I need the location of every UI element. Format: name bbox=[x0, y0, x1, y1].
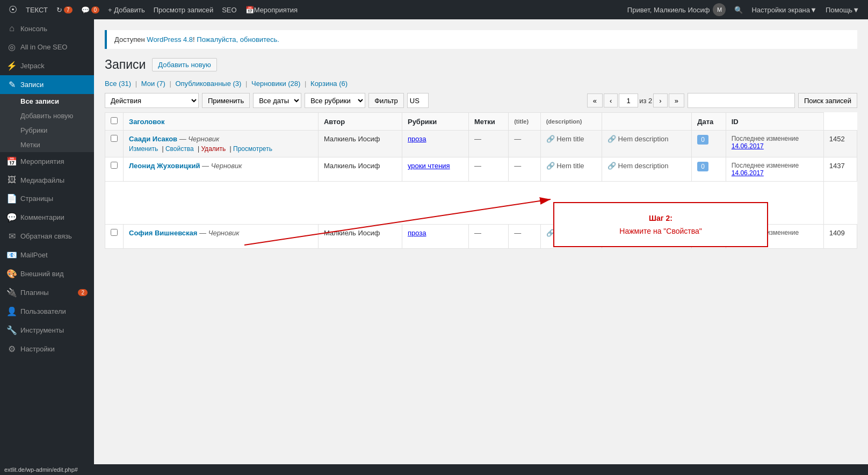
events-item[interactable]: 📅 Мероприятия bbox=[241, 0, 302, 19]
filter-mine[interactable]: Мои (7) bbox=[141, 80, 165, 88]
help-chevron: ▼ bbox=[852, 6, 859, 14]
sidebar-item-tools[interactable]: 🔧 Инструменты bbox=[0, 321, 94, 340]
sidebar-item-users[interactable]: 👤 Пользователи bbox=[0, 302, 94, 321]
comments-item[interactable]: 💬 0 bbox=[77, 0, 104, 19]
row-comments-1437: 0 bbox=[692, 157, 726, 182]
row-id-1452: 1452 bbox=[823, 131, 857, 157]
next-page-btn[interactable]: › bbox=[653, 93, 667, 107]
sidebar-item-mailpoet[interactable]: 📧 MailPoet bbox=[0, 246, 94, 264]
sidebar-item-comments[interactable]: 💬 Комментарии bbox=[0, 208, 94, 227]
sidebar-item-events[interactable]: 📅 Мероприятия bbox=[0, 152, 94, 171]
view-link-1452[interactable]: Просмотреть bbox=[233, 145, 272, 153]
row-actions-1452: Изменить | Свойства | Удалить | Просмотр… bbox=[129, 145, 313, 153]
category-link-1409[interactable]: проза bbox=[408, 229, 426, 237]
step2-popup: Шаг 2: Нажмите на "Свойства" bbox=[553, 202, 768, 247]
search-icon-adminbar[interactable]: 🔍 bbox=[730, 0, 747, 19]
sidebar-item-label-plugins: Плагины bbox=[20, 289, 75, 297]
edit-link-1452[interactable]: Изменить bbox=[129, 145, 158, 153]
categories-select[interactable]: Все рубрики проза уроки чтения bbox=[305, 93, 365, 108]
row-categories-1409: проза bbox=[402, 225, 468, 249]
submenu-add-new[interactable]: Добавить новую bbox=[0, 109, 94, 123]
bulk-actions-select[interactable]: Действия Изменить Переместить в корзину bbox=[105, 93, 199, 108]
help-item[interactable]: Помощь ▼ bbox=[821, 0, 864, 19]
tools-icon: 🔧 bbox=[6, 325, 17, 335]
submenu-categories[interactable]: Рубрики bbox=[0, 123, 94, 138]
main-content: Доступен WordPress 4.8! Пожалуйста, обно… bbox=[94, 19, 868, 475]
page-input[interactable] bbox=[619, 93, 638, 107]
row-checkbox-1452[interactable] bbox=[111, 135, 118, 142]
col-seo-title: (title) bbox=[509, 113, 541, 131]
seo-desc-icon-1452: 🔗 bbox=[607, 135, 616, 143]
sidebar: ⌂ Консоль ◎ All in One SEO ⚡ Jetpack ✎ З… bbox=[0, 19, 94, 475]
sidebar-item-posts[interactable]: ✎ Записи bbox=[0, 75, 94, 94]
feedback-icon: ✉ bbox=[6, 231, 17, 241]
submenu-all-posts[interactable]: Все записи bbox=[0, 94, 94, 109]
post-title-link-1409[interactable]: София Вишневская bbox=[129, 229, 197, 237]
row-cb-1409 bbox=[105, 225, 124, 249]
date-link-1437[interactable]: 14.06.2017 bbox=[732, 169, 764, 177]
user-greeting[interactable]: Привет, Малкиель Иосиф М bbox=[623, 0, 730, 19]
search-button[interactable]: Поиск записей bbox=[798, 93, 857, 108]
prev-page-btn[interactable]: ‹ bbox=[604, 93, 618, 107]
submenu-tags[interactable]: Метки bbox=[0, 138, 94, 152]
us-input[interactable] bbox=[407, 93, 429, 108]
screen-settings-item[interactable]: Настройки экрана ▼ bbox=[747, 0, 821, 19]
table-header-row: Заголовок Автор Рубрики Метки (title) (d… bbox=[105, 113, 857, 131]
row-author-1409: Малкиель Иосиф bbox=[318, 225, 402, 249]
sidebar-item-feedback[interactable]: ✉ Обратная связь bbox=[0, 227, 94, 246]
filter-drafts[interactable]: Черновики (28) bbox=[251, 80, 300, 88]
toolbar: Действия Изменить Переместить в корзину … bbox=[105, 93, 857, 108]
filter-button[interactable]: Фильтр bbox=[368, 93, 404, 108]
add-item[interactable]: + Добавить bbox=[104, 0, 149, 19]
post-status-1452: — Черновик bbox=[179, 135, 219, 143]
quick-edit-link-1452[interactable]: Свойства bbox=[165, 145, 194, 153]
sidebar-item-label-tools: Инструменты bbox=[20, 326, 88, 334]
sidebar-item-appearance[interactable]: 🎨 Внешний вид bbox=[0, 264, 94, 283]
search-input[interactable] bbox=[688, 93, 795, 108]
post-title-link-1452[interactable]: Саади Исаков bbox=[129, 135, 177, 143]
plugins-badge: 2 bbox=[78, 289, 88, 296]
sidebar-item-pages[interactable]: 📄 Страницы bbox=[0, 189, 94, 208]
wp-logo-icon: ☉ bbox=[9, 4, 17, 16]
category-link-1452[interactable]: проза bbox=[408, 135, 426, 143]
sidebar-item-media[interactable]: 🖼 Медиафайлы bbox=[0, 171, 94, 189]
add-new-button[interactable]: Добавить новую bbox=[152, 58, 216, 71]
sidebar-item-label-users: Пользователи bbox=[20, 307, 88, 315]
view-posts-item[interactable]: Просмотр записей bbox=[149, 0, 218, 19]
updates-item[interactable]: ↻ 7 bbox=[52, 0, 77, 19]
sidebar-item-jetpack[interactable]: ⚡ Jetpack bbox=[0, 56, 94, 75]
sidebar-item-allinone-seo[interactable]: ◎ All in One SEO bbox=[0, 38, 94, 56]
col-cb bbox=[105, 113, 124, 131]
sort-title[interactable]: Заголовок bbox=[129, 118, 165, 126]
row-dash1-1409: — bbox=[509, 225, 541, 249]
row-checkbox-1409[interactable] bbox=[111, 229, 118, 236]
filter-all[interactable]: Все (31) bbox=[105, 80, 131, 88]
last-page-btn[interactable]: » bbox=[669, 93, 684, 107]
notice-link1[interactable]: WordPress 4.8 bbox=[147, 35, 193, 44]
seo-title-icon-1437: 🔗 bbox=[546, 162, 555, 170]
row-author-1452: Малкиель Иосиф bbox=[318, 131, 402, 157]
step2-description: Нажмите на "Свойства" bbox=[565, 227, 756, 235]
apply-button[interactable]: Применить bbox=[202, 93, 250, 108]
select-all-checkbox[interactable] bbox=[111, 117, 118, 124]
row-checkbox-1437[interactable] bbox=[111, 162, 118, 169]
filter-published[interactable]: Опубликованные (3) bbox=[175, 80, 241, 88]
page-title: Записи bbox=[105, 57, 146, 72]
row-seo-desc-1437: 🔗 Hem description bbox=[602, 157, 691, 182]
row-tags-1409: — bbox=[468, 225, 508, 249]
notice-link2[interactable]: Пожалуйста, обновитесь. bbox=[197, 35, 279, 44]
wp-logo-item[interactable]: ☉ bbox=[4, 0, 21, 19]
sidebar-item-settings[interactable]: ⚙ Настройки bbox=[0, 340, 94, 358]
site-name-item[interactable]: ТЕКСТ bbox=[21, 0, 52, 19]
first-page-btn[interactable]: « bbox=[587, 93, 603, 107]
seo-item[interactable]: SEO bbox=[218, 0, 241, 19]
sidebar-item-console[interactable]: ⌂ Консоль bbox=[0, 19, 94, 38]
col-empty bbox=[602, 113, 691, 131]
post-title-link-1437[interactable]: Леонид Жуховицкий bbox=[129, 162, 200, 170]
dates-select[interactable]: Все даты bbox=[253, 93, 301, 108]
filter-trash[interactable]: Корзина (6) bbox=[310, 80, 348, 88]
category-link-1437[interactable]: уроки чтения bbox=[408, 162, 450, 170]
sidebar-item-plugins[interactable]: 🔌 Плагины 2 bbox=[0, 283, 94, 302]
date-link-1452[interactable]: 14.06.2017 bbox=[732, 142, 764, 150]
delete-link-1452[interactable]: Удалить bbox=[201, 145, 226, 153]
